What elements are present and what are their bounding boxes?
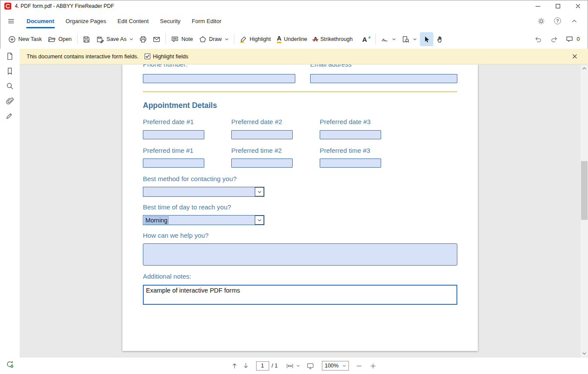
- preferred-time-1-field[interactable]: [143, 158, 204, 168]
- tab-label: Organize Pages: [66, 18, 106, 24]
- new-task-label: New Task: [18, 36, 42, 42]
- tab-document[interactable]: Document: [21, 12, 60, 30]
- print-button[interactable]: [136, 32, 150, 46]
- tab-edit-content[interactable]: Edit Content: [112, 12, 155, 30]
- hand-icon: [436, 36, 444, 43]
- attachments-panel-icon[interactable]: [0, 93, 20, 108]
- save-icon: [83, 36, 90, 43]
- zoom-select[interactable]: 100%: [322, 361, 349, 371]
- fullscreen-button[interactable]: [304, 360, 316, 371]
- pdf-page: Phone number: Email address Appointment …: [122, 64, 478, 351]
- monitor-icon: [307, 362, 314, 370]
- preferred-time-1-label: Preferred time #1: [143, 147, 193, 154]
- tab-organize-pages[interactable]: Organize Pages: [60, 12, 112, 30]
- chevron-down-icon: [342, 364, 346, 368]
- dropdown-chevron-button[interactable]: [255, 216, 264, 225]
- tab-form-editor[interactable]: Form Editor: [186, 12, 227, 30]
- page-number-input[interactable]: 1: [256, 361, 269, 371]
- save-button[interactable]: [80, 32, 93, 46]
- right-column: This document contains interactive form …: [20, 49, 588, 374]
- draw-button[interactable]: Draw: [196, 32, 232, 46]
- fit-width-button[interactable]: [286, 362, 300, 370]
- folder-icon: [48, 36, 56, 43]
- save-as-button[interactable]: Save As: [93, 32, 137, 46]
- scroll-down-arrow[interactable]: [581, 350, 588, 357]
- open-button[interactable]: Open: [45, 32, 75, 46]
- email-button[interactable]: [150, 32, 163, 46]
- zoom-value: 100%: [324, 363, 338, 369]
- best-time-dropdown[interactable]: Morning: [143, 215, 264, 225]
- ribbon-tab-bar: Document Organize Pages Edit Content Sec…: [0, 12, 588, 30]
- comment-bubble-icon: [566, 36, 573, 43]
- pages-panel-icon[interactable]: [0, 49, 20, 64]
- zoom-out-button[interactable]: [353, 360, 365, 371]
- menu-hamburger-icon[interactable]: [4, 14, 17, 27]
- feedback-sync-icon[interactable]: [0, 357, 20, 371]
- text-mark-button[interactable]: A: [359, 32, 370, 46]
- chevron-down-icon: [129, 37, 133, 41]
- preferred-date-2-field[interactable]: [231, 130, 293, 139]
- next-page-button[interactable]: [240, 360, 252, 371]
- preferred-date-1-field[interactable]: [143, 130, 204, 139]
- new-task-button[interactable]: New Task: [5, 32, 45, 46]
- search-panel-icon[interactable]: [0, 78, 20, 93]
- note-label: Note: [181, 36, 193, 42]
- redact-search-button[interactable]: [399, 32, 420, 46]
- close-button[interactable]: [568, 0, 588, 12]
- dropdown-chevron-button[interactable]: [255, 187, 264, 196]
- settings-gear-icon[interactable]: [534, 15, 548, 27]
- help-icon[interactable]: ?: [551, 15, 564, 27]
- signature-button[interactable]: [378, 32, 399, 46]
- email-address-field[interactable]: [310, 74, 457, 83]
- preferred-time-3-label: Preferred time #3: [320, 147, 370, 154]
- best-time-label: Best time of day to reach you?: [143, 203, 231, 211]
- highlighter-icon: [240, 36, 247, 43]
- select-cursor-button[interactable]: [420, 32, 433, 46]
- maximize-button[interactable]: [548, 0, 568, 12]
- help-textarea[interactable]: [143, 243, 457, 266]
- collapse-toolbar-icon[interactable]: [567, 15, 581, 27]
- phone-number-field[interactable]: [143, 74, 295, 83]
- signature-icon: [381, 36, 389, 43]
- scroll-up-arrow[interactable]: [581, 64, 588, 72]
- status-bar: 1 / 1 100%: [20, 357, 588, 374]
- redo-button[interactable]: [547, 32, 561, 46]
- tab-label: Form Editor: [192, 18, 221, 24]
- bookmarks-panel-icon[interactable]: [0, 64, 20, 78]
- toolbar-separator: [166, 34, 166, 44]
- signature-panel-icon[interactable]: [0, 108, 20, 123]
- save-as-label: Save As: [107, 36, 127, 42]
- vertical-scrollbar[interactable]: [581, 64, 588, 357]
- draw-label: Draw: [209, 36, 222, 42]
- highlight-button[interactable]: Highlight: [237, 32, 274, 46]
- phone-number-label: Phone number:: [143, 64, 188, 68]
- scrollbar-thumb[interactable]: [581, 161, 588, 220]
- document-view-area: Phone number: Email address Appointment …: [20, 64, 588, 357]
- text-mark-a-icon: A: [362, 36, 367, 43]
- previous-page-button[interactable]: [229, 360, 240, 371]
- preferred-date-3-field[interactable]: [320, 130, 381, 139]
- preferred-time-3-field[interactable]: [320, 158, 381, 168]
- form-fields-notification-bar: This document contains interactive form …: [20, 49, 588, 64]
- hand-pan-button[interactable]: [433, 32, 447, 46]
- strikethrough-button[interactable]: A Strikethrough: [310, 32, 355, 46]
- main-area: This document contains interactive form …: [0, 49, 588, 374]
- underline-button[interactable]: A Underline: [274, 32, 311, 46]
- tab-security[interactable]: Security: [154, 12, 186, 30]
- tab-label: Security: [160, 18, 180, 24]
- zoom-in-button[interactable]: [367, 360, 378, 371]
- contact-method-dropdown[interactable]: [143, 187, 264, 197]
- toolbar-separator: [234, 34, 234, 44]
- notification-close-icon[interactable]: [572, 54, 578, 59]
- document-search-icon: [402, 36, 410, 43]
- tab-label: Edit Content: [118, 18, 149, 24]
- toolbar-separator: [77, 34, 78, 44]
- comments-counter[interactable]: 0: [563, 32, 583, 46]
- preferred-time-2-field[interactable]: [231, 158, 293, 168]
- additional-notes-textarea[interactable]: Example of interactive PDF forms: [143, 285, 457, 305]
- minimize-button[interactable]: [528, 0, 548, 12]
- notification-message: This document contains interactive form …: [27, 54, 139, 60]
- note-button[interactable]: Note: [168, 32, 196, 46]
- highlight-fields-checkbox[interactable]: Highlight fields: [145, 54, 188, 60]
- undo-button[interactable]: [531, 32, 545, 46]
